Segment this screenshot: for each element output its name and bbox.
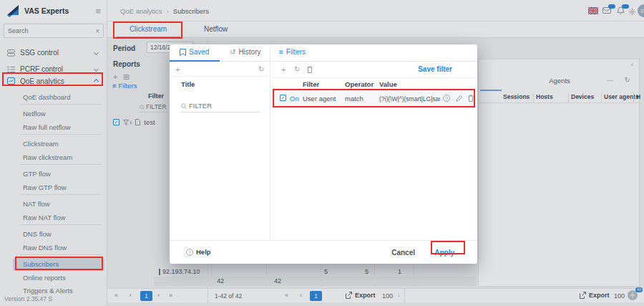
add-filter-icon[interactable]: + — [281, 65, 286, 74]
tab-filters-label: Filters — [286, 48, 306, 56]
modal-tabbar — [170, 44, 477, 62]
tab-saved[interactable]: Saved — [180, 48, 209, 56]
screen: VAS Experts ≡ × SSG control PCRF control… — [0, 0, 644, 306]
annotation-box-subscribers — [15, 257, 103, 270]
save-icon — [180, 49, 186, 56]
divider — [170, 76, 270, 77]
save-filter-button[interactable]: Save filter — [418, 65, 452, 73]
annotation-box-apply-button — [431, 241, 465, 254]
annotation-box-qoe-analytics — [2, 72, 103, 86]
annotation-box-clickstream-tab — [113, 21, 182, 39]
help-button[interactable]: ? Help — [186, 248, 211, 256]
refresh-icon[interactable]: ↻ — [258, 65, 264, 73]
column-header-value: Value — [379, 80, 397, 88]
menu-icon: ≡ — [279, 48, 283, 56]
search-icon — [181, 103, 187, 109]
saved-filter-search[interactable] — [181, 102, 260, 113]
annotation-box-filter-row — [273, 89, 475, 107]
saved-filter-search-input[interactable] — [189, 102, 257, 110]
column-header-filter: Filter — [303, 80, 319, 88]
divider — [270, 77, 477, 78]
title-column-header: Title — [181, 80, 195, 88]
modal-pane-divider — [270, 44, 270, 240]
tab-history-label: History — [238, 48, 260, 56]
question-icon: ? — [186, 249, 193, 256]
cancel-button[interactable]: Cancel — [391, 249, 415, 257]
add-saved-filter-icon[interactable]: + — [175, 65, 180, 74]
help-label: Help — [196, 248, 211, 256]
filters-modal: Saved ↺ History ≡ Filters + ↻ Title + ↻ … — [170, 44, 477, 264]
column-header-operator: Operator — [345, 80, 374, 88]
tab-filters[interactable]: ≡ Filters — [279, 48, 306, 56]
delete-filters-icon[interactable] — [307, 66, 313, 75]
history-icon: ↺ — [230, 48, 235, 56]
tab-history[interactable]: ↺ History — [230, 48, 261, 56]
tab-saved-label: Saved — [189, 48, 209, 56]
active-tab-underline — [170, 60, 220, 62]
refresh-icon[interactable]: ↻ — [294, 65, 300, 73]
